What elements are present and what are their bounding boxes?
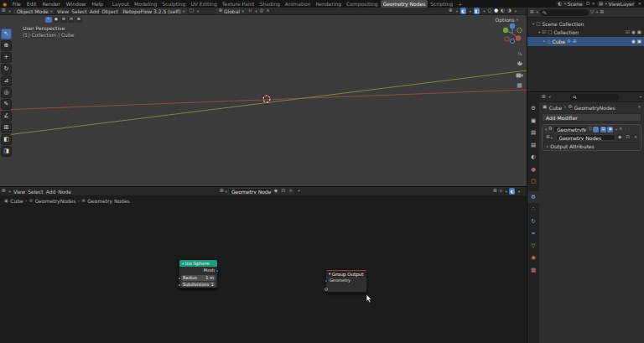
active-tool-select-box[interactable]: ↖	[45, 17, 52, 23]
tab-compositing[interactable]: Compositing	[344, 0, 381, 8]
retopoflow-menu[interactable]: RetopoFlow 3.2.5 (self) ▾	[121, 8, 187, 14]
blender-logo-icon[interactable]: ◉	[3, 2, 7, 7]
exclude-checkbox[interactable]: ☑	[626, 30, 630, 35]
filter-icon[interactable]: ▽	[589, 127, 592, 132]
tab-rendering[interactable]: Rendering	[313, 0, 344, 8]
hide-eye-icon[interactable]: ◉	[631, 39, 636, 44]
vp-menu-add[interactable]: Add	[90, 8, 100, 14]
gizmos-toggle[interactable]: ⊕	[449, 8, 453, 13]
modifier-wrench-icon[interactable]: ⚙	[567, 39, 571, 44]
filter-icon[interactable]: ▽	[590, 10, 594, 15]
tool-cursor[interactable]: ⊕	[1, 40, 12, 51]
pan-hand-icon[interactable]	[517, 60, 523, 67]
menu-window[interactable]: Window	[63, 1, 89, 7]
properties-search-input[interactable]	[570, 94, 619, 101]
socket-mesh-output[interactable]	[216, 269, 219, 273]
tab-scripting[interactable]: Scripting	[428, 0, 455, 8]
vp-menu-select[interactable]: Select	[71, 8, 87, 14]
ortho-grid-icon[interactable]: ▦	[517, 83, 522, 89]
close-view-layer-icon[interactable]: ×	[637, 2, 641, 7]
unlink-button[interactable]: ×	[288, 188, 294, 195]
overlays-toggle[interactable]: ◐	[461, 9, 465, 14]
tab-view-layer[interactable]: ▤	[527, 139, 539, 152]
ne-menu-view[interactable]: View	[13, 189, 25, 195]
render-camera-icon[interactable]: ▣	[637, 39, 641, 44]
tab-shading[interactable]: Shading	[257, 0, 282, 8]
unlink-button[interactable]: ×	[632, 134, 639, 141]
outliner-row-cube[interactable]: • △ Cube ⚙ ⊞ ◉ ▣	[527, 37, 644, 46]
menu-edit[interactable]: Edit	[23, 1, 39, 7]
node-canvas[interactable]: ▣ Cube › ⚙ GeometryNodes › ⊞ Geometry No…	[0, 195, 527, 343]
editor-type-button[interactable]: ⊞	[2, 8, 6, 13]
tab-sculpting[interactable]: Sculpting	[159, 0, 188, 8]
ne-overlays-toggle[interactable]: ◐	[510, 190, 514, 195]
collapse-chevron-icon[interactable]: ▾	[545, 127, 547, 132]
mode-selector[interactable]: Object Mode ▾	[13, 8, 55, 14]
socket-virtual-input[interactable]	[325, 288, 328, 291]
tool-rotate[interactable]: ↻	[1, 64, 12, 75]
tab-texture[interactable]: ▩	[527, 264, 539, 277]
editor-type-button[interactable]: ⊞	[530, 10, 534, 15]
ne-menu-node[interactable]: Node	[58, 189, 71, 195]
render-display-toggle[interactable]: ▣	[607, 127, 613, 133]
tool-measure[interactable]: ∠	[1, 111, 12, 122]
collapse-chevron-icon[interactable]: ▾	[329, 272, 330, 276]
hide-eye-icon[interactable]: ◉	[631, 30, 636, 35]
select-mode-set[interactable]: ▣	[53, 17, 60, 23]
viewport-display-toggle[interactable]: ▤	[600, 127, 606, 133]
tab-render[interactable]: ▣	[527, 115, 539, 127]
pin-icon[interactable]: ⌖	[298, 189, 300, 194]
node-header[interactable]: ▾ Ico Sphere	[179, 260, 217, 267]
extra-dropdown[interactable]: □	[190, 8, 194, 13]
tool-extra-2[interactable]: ◨	[1, 146, 12, 157]
tool-transform[interactable]: ◎	[1, 87, 12, 98]
tab-tool[interactable]: ⚙	[527, 102, 539, 115]
menu-file[interactable]: File	[9, 1, 23, 7]
outliner-search-input[interactable]	[540, 9, 589, 16]
tab-animation[interactable]: Animation	[283, 0, 314, 8]
collection-checkbox[interactable]: ☑	[542, 30, 546, 35]
shading-solid[interactable]: ●	[494, 8, 498, 13]
tab-object-data[interactable]: ▽	[527, 240, 539, 252]
tab-constraints[interactable]: ∞	[527, 227, 539, 240]
vp-menu-view[interactable]: View	[57, 8, 69, 14]
tab-geometry-nodes[interactable]: Geometry Nodes	[381, 0, 428, 8]
proportional-edit-icon[interactable]: ◎	[260, 8, 264, 13]
editmode-display-toggle[interactable]: ▢	[593, 127, 599, 133]
tab-texture-paint[interactable]: Texture Paint	[220, 0, 257, 8]
tab-scene[interactable]: ◐	[527, 151, 539, 164]
tab-particles[interactable]: ∴	[527, 203, 539, 216]
shading-rendered[interactable]: ◑	[507, 8, 512, 13]
camera-view-icon[interactable]	[516, 72, 523, 78]
tool-select-box[interactable]: ↖	[1, 29, 12, 39]
input-radius[interactable]: Radius 1 m	[181, 275, 216, 281]
snap-magnet-icon[interactable]: ∪	[248, 8, 252, 13]
expand-icon[interactable]: ▾	[538, 30, 540, 34]
parent-tree-icon[interactable]: ⊞	[493, 189, 497, 194]
new-copy-button[interactable]: ⊡	[625, 134, 631, 141]
properties-options[interactable]: ▾	[640, 95, 641, 99]
outliner-options-icon[interactable]: ⊞	[600, 10, 604, 15]
tool-annotate[interactable]: ✎	[1, 99, 12, 110]
tab-output[interactable]: ▤	[527, 127, 539, 139]
node-header[interactable]: ▾ Group Output	[326, 270, 366, 277]
new-scene-icon[interactable]: ⊡	[586, 2, 590, 7]
modifier-close-icon[interactable]: ×	[619, 127, 623, 132]
fake-user-button[interactable]: ◆	[273, 188, 279, 195]
scene-selector[interactable]: ◐ ▾ Scene	[556, 1, 584, 7]
outliner-row-collection[interactable]: ▾ ☑ □ Collection ☑ ◉ ▣	[527, 29, 644, 38]
shading-wireframe[interactable]: ○	[487, 8, 491, 13]
ne-snap-icon[interactable]: ∪	[499, 189, 502, 194]
socket-radius-input[interactable]	[178, 277, 181, 280]
navigation-gizmo[interactable]	[500, 21, 525, 46]
browse-nodetree-button[interactable]: ⊞▾	[544, 134, 554, 141]
vp-menu-object[interactable]: Object	[101, 8, 118, 14]
add-modifier-button[interactable]: Add Modifier	[542, 113, 641, 122]
tab-object[interactable]: ▢	[527, 175, 539, 188]
menu-help[interactable]: Help	[89, 1, 106, 7]
close-scene-icon[interactable]: ×	[591, 2, 595, 7]
expand-icon[interactable]: ▾	[532, 22, 534, 26]
input-subdivisions[interactable]: Subdivisions 1	[181, 282, 216, 288]
nodetree-icon[interactable]: ⊞	[573, 39, 577, 44]
tab-uv-editing[interactable]: UV Editing	[188, 0, 219, 8]
